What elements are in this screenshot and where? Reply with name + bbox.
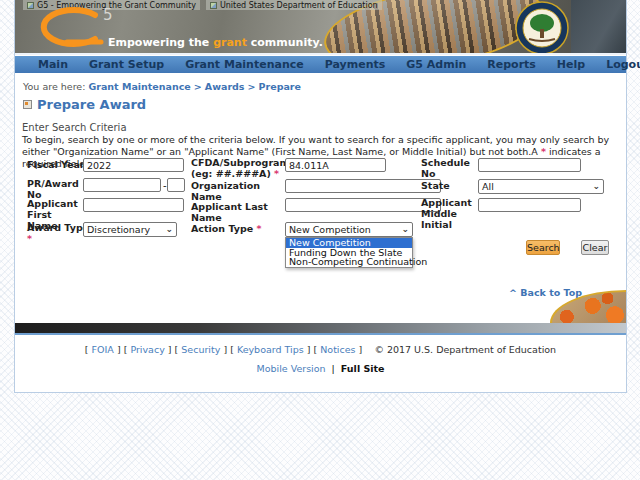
footer-link-keyboard-tips[interactable]: Keyboard Tips — [237, 344, 304, 355]
state-select[interactable]: All ⌄ — [478, 179, 604, 194]
breadcrumb-prepare[interactable]: Prepare — [259, 81, 301, 92]
state-label: State — [421, 181, 473, 192]
tagline-pre: Empowering the — [108, 36, 213, 49]
bracket: ] — [223, 344, 227, 355]
g5-logo-five: 5 — [103, 6, 113, 24]
app-window: G5 - Empowering the Grant Community Unit… — [14, 0, 627, 393]
breadcrumb-separator: > — [194, 81, 202, 92]
tagline-post: community. — [247, 36, 323, 49]
footer: [ FOIA ] [ Privacy ] [ Security ] [ Keyb… — [15, 335, 626, 380]
nav-logout[interactable]: Logout — [606, 58, 640, 71]
footer-version-row: Mobile Version | Full Site — [15, 363, 626, 374]
applicant-first-name-input[interactable] — [83, 198, 184, 212]
nav-grant-maintenance[interactable]: Grant Maintenance — [185, 58, 304, 71]
tagline: Empowering the grant community. — [108, 36, 323, 49]
nav-reports[interactable]: Reports — [487, 58, 536, 71]
search-criteria-label: Enter Search Criteria — [22, 122, 127, 133]
bracket: ] — [117, 344, 121, 355]
clear-button[interactable]: Clear — [581, 240, 609, 255]
footer-link-foia[interactable]: FOIA — [92, 344, 114, 355]
award-type-select-value: Discretionary — [87, 224, 150, 235]
header-banner: G5 - Empowering the Grant Community Unit… — [15, 0, 626, 55]
bracket: [ — [85, 344, 89, 355]
window-title-chip: United States Department of Education — [206, 0, 382, 10]
department-of-education-seal — [515, 1, 569, 55]
nav-grant-setup[interactable]: Grant Setup — [89, 58, 164, 71]
form-icon — [23, 100, 32, 109]
bracket: [ — [124, 344, 128, 355]
footer-divider-bar — [15, 323, 626, 333]
bracket: ] — [307, 344, 311, 355]
applicant-last-name-input[interactable] — [285, 198, 441, 212]
dropdown-option-non-competing-continuation[interactable]: Non-Competing Continuation — [286, 257, 412, 267]
chevron-down-icon: ⌄ — [165, 225, 173, 234]
applicant-middle-initial-label: Applicant Middle Initial — [421, 198, 471, 231]
tagline-accent: grant — [213, 36, 247, 49]
bracket: [ — [230, 344, 234, 355]
page-title-row: Prepare Award — [23, 97, 146, 112]
action-type-label: Action Type * — [191, 224, 281, 235]
page-icon — [210, 2, 217, 9]
bracket: ] — [359, 344, 363, 355]
g5-logo-icon — [31, 6, 109, 52]
divider: | — [332, 363, 335, 374]
footer-link-notices[interactable]: Notices — [320, 344, 355, 355]
back-to-top-link[interactable]: ^ Back to Top — [509, 287, 582, 298]
state-select-value: All — [482, 181, 494, 192]
pr-award-no-input[interactable] — [83, 178, 161, 192]
chevron-down-icon: ⌄ — [401, 225, 409, 234]
pr-award-no-suffix-input[interactable] — [167, 178, 185, 192]
nav-help[interactable]: Help — [557, 58, 585, 71]
cfda-subprogram-label: CFDA/Subprogram(eg: ##.###A) * — [191, 158, 286, 180]
applicant-middle-initial-input[interactable] — [478, 198, 581, 212]
window-title: United States Department of Education — [220, 1, 378, 10]
main-navigation: Main Grant Setup Grant Maintenance Payme… — [15, 55, 626, 73]
nav-main[interactable]: Main — [38, 58, 68, 71]
breadcrumb-grant-maintenance[interactable]: Grant Maintenance — [88, 81, 190, 92]
schedule-no-input[interactable] — [478, 158, 581, 172]
footer-link-security[interactable]: Security — [181, 344, 220, 355]
action-type-dropdown-list: New Competition Funding Down the Slate N… — [285, 237, 413, 268]
blackboard-photo — [571, 0, 626, 55]
page-title: Prepare Award — [37, 97, 146, 112]
search-button[interactable]: Search — [526, 240, 560, 255]
breadcrumb-separator: > — [248, 81, 256, 92]
breadcrumb-awards[interactable]: Awards — [205, 81, 245, 92]
bracket: ] — [168, 344, 172, 355]
copyright-text: © 2017 U.S. Department of Education — [374, 344, 556, 355]
chevron-down-icon: ⌄ — [592, 182, 600, 191]
fiscal-year-input[interactable] — [83, 158, 184, 172]
cfda-subprogram-input[interactable] — [285, 158, 386, 172]
nav-g5-admin[interactable]: G5 Admin — [406, 58, 466, 71]
mobile-version-link[interactable]: Mobile Version — [256, 363, 325, 374]
footer-links-row: [ FOIA ] [ Privacy ] [ Security ] [ Keyb… — [15, 344, 626, 355]
action-type-select[interactable]: New Competition ⌄ — [285, 222, 413, 237]
organization-name-input[interactable] — [285, 179, 441, 193]
breadcrumb-prefix: You are here: — [23, 81, 85, 92]
action-type-select-value: New Competition — [289, 224, 371, 235]
bracket: [ — [313, 344, 317, 355]
bracket: [ — [175, 344, 179, 355]
award-type-select[interactable]: Discretionary ⌄ — [83, 222, 177, 237]
full-site-label: Full Site — [341, 363, 385, 374]
organization-name-label: Organization Name — [191, 181, 291, 203]
footer-link-privacy[interactable]: Privacy — [130, 344, 164, 355]
nav-payments[interactable]: Payments — [325, 58, 386, 71]
instructions-part1: To begin, search by one or more of the c… — [22, 134, 609, 157]
content-area: You are here: Grant Maintenance > Awards… — [15, 73, 626, 323]
breadcrumb: You are here: Grant Maintenance > Awards… — [23, 81, 301, 92]
schedule-no-label: Schedule No — [421, 158, 473, 180]
